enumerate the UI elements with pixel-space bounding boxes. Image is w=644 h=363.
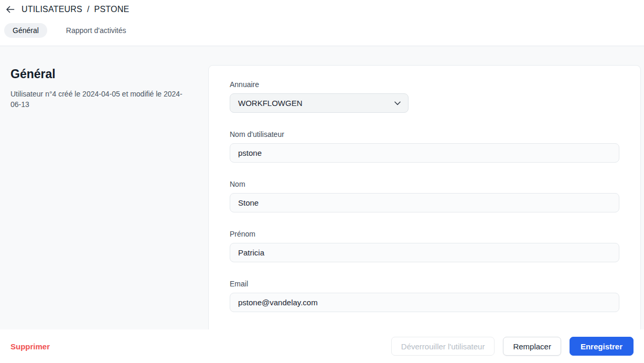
email-field[interactable] <box>230 293 619 312</box>
username-field[interactable] <box>230 143 619 163</box>
directory-select[interactable]: WORKFLOWGEN <box>230 93 409 113</box>
arrow-left-icon <box>6 5 15 14</box>
email-field-group: Email <box>230 280 619 312</box>
lastname-label: Nom <box>230 180 619 188</box>
username-label: Nom d'utilisateur <box>230 130 619 138</box>
page-title: Général <box>10 67 184 81</box>
main-content: Général Utilisateur n°4 créé le 2024-04-… <box>0 46 644 329</box>
section-description: Utilisateur n°4 créé le 2024-04-05 et mo… <box>10 89 184 110</box>
footer-action-bar: Supprimer Déverrouiller l'utilisateur Re… <box>0 329 644 363</box>
user-detail-page: UTILISATEURS / PSTONE Général Rapport d'… <box>0 0 644 363</box>
breadcrumb-section[interactable]: UTILISATEURS <box>22 5 82 14</box>
lastname-field-group: Nom <box>230 180 619 212</box>
breadcrumb-separator: / <box>87 5 90 14</box>
chevron-down-icon <box>394 101 401 105</box>
username-field-group: Nom d'utilisateur <box>230 130 619 163</box>
directory-field: Annuaire WORKFLOWGEN <box>230 80 619 113</box>
tab-general[interactable]: Général <box>4 23 47 38</box>
tab-activity-report[interactable]: Rapport d'activités <box>58 23 135 38</box>
back-button[interactable] <box>4 4 16 15</box>
save-button[interactable]: Enregistrer <box>570 337 634 356</box>
delete-button[interactable]: Supprimer <box>10 342 50 351</box>
footer-actions: Déverrouiller l'utilisateur Remplacer En… <box>391 337 634 356</box>
replace-button[interactable]: Remplacer <box>503 337 561 356</box>
firstname-field-group: Prénom <box>230 230 619 262</box>
topbar: UTILISATEURS / PSTONE Général Rapport d'… <box>0 0 644 46</box>
tabs: Général Rapport d'activités <box>4 23 644 38</box>
firstname-label: Prénom <box>230 230 619 238</box>
breadcrumb-row: UTILISATEURS / PSTONE <box>4 3 644 16</box>
directory-label: Annuaire <box>230 80 619 89</box>
lastname-field[interactable] <box>230 193 619 212</box>
firstname-field[interactable] <box>230 243 619 262</box>
directory-select-value: WORKFLOWGEN <box>238 99 303 108</box>
unlock-user-button[interactable]: Déverrouiller l'utilisateur <box>391 337 495 356</box>
user-form-card: Annuaire WORKFLOWGEN Nom d'utilisateur N… <box>208 65 641 329</box>
breadcrumb-current: PSTONE <box>94 5 130 14</box>
email-label: Email <box>230 280 619 288</box>
breadcrumb: UTILISATEURS / PSTONE <box>22 5 129 14</box>
section-intro: Général Utilisateur n°4 créé le 2024-04-… <box>10 67 184 110</box>
